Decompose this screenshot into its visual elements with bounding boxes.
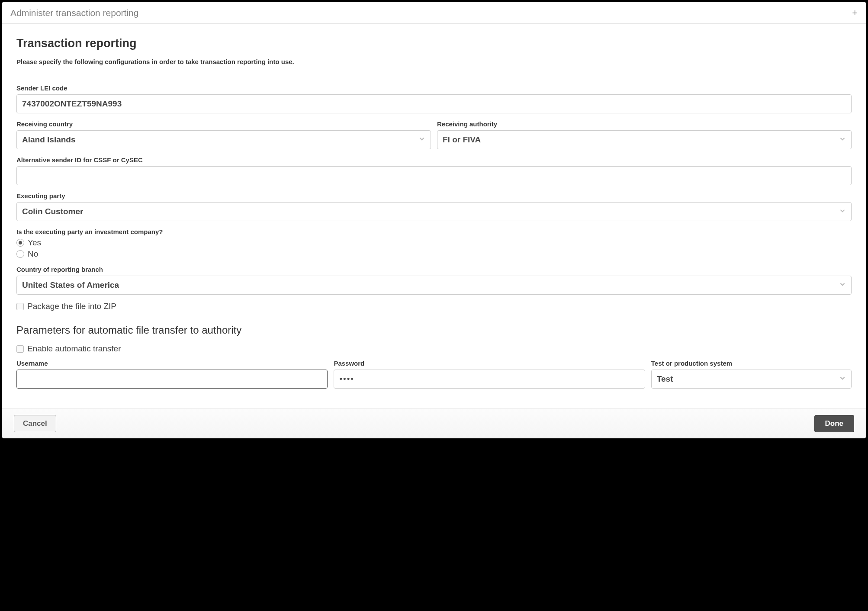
receiving-country-label: Receiving country [16, 120, 431, 128]
radio-icon-checked [16, 239, 24, 247]
reporting-branch-label: Country of reporting branch [16, 266, 852, 273]
sender-lei-label: Sender LEI code [16, 84, 852, 92]
enable-transfer-label: Enable automatic transfer [27, 344, 121, 354]
executing-party-value: Colin Customer [22, 207, 83, 216]
plus-icon[interactable]: + [852, 8, 858, 18]
row-transfer-params: Username Password Test or production sys… [16, 360, 852, 389]
password-label: Password [334, 360, 645, 367]
username-input[interactable] [16, 370, 328, 389]
receiving-country-select[interactable]: Aland Islands [16, 130, 431, 149]
alt-sender-id-label: Alternative sender ID for CSSF or CySEC [16, 156, 852, 164]
cancel-button[interactable]: Cancel [14, 415, 56, 432]
done-button[interactable]: Done [814, 415, 855, 432]
field-executing-party: Executing party Colin Customer [16, 192, 852, 221]
radio-icon-unchecked [16, 250, 24, 258]
checkbox-package-zip[interactable]: Package the file into ZIP [16, 302, 852, 311]
executing-party-label: Executing party [16, 192, 852, 199]
checkbox-icon [16, 345, 24, 353]
radio-no-label: No [28, 249, 38, 259]
page-title: Transaction reporting [16, 37, 852, 50]
receiving-authority-value: FI or FIVA [443, 135, 481, 145]
system-value: Test [657, 374, 673, 384]
executing-party-select[interactable]: Colin Customer [16, 202, 852, 221]
field-reporting-branch: Country of reporting branch United State… [16, 266, 852, 295]
receiving-country-value: Aland Islands [22, 135, 76, 145]
content-area: Transaction reporting Please specify the… [2, 24, 866, 408]
radio-yes[interactable]: Yes [16, 238, 852, 248]
window-title: Administer transaction reporting [10, 8, 138, 18]
transfer-heading: Parameters for automatic file transfer t… [16, 324, 852, 336]
checkbox-enable-transfer[interactable]: Enable automatic transfer [16, 344, 852, 354]
receiving-authority-label: Receiving authority [437, 120, 852, 128]
receiving-authority-select[interactable]: FI or FIVA [437, 130, 852, 149]
username-label: Username [16, 360, 328, 367]
radio-no[interactable]: No [16, 249, 852, 259]
reporting-branch-select[interactable]: United States of America [16, 276, 852, 295]
sender-lei-input[interactable] [16, 94, 852, 113]
field-alt-sender-id: Alternative sender ID for CSSF or CySEC [16, 156, 852, 185]
titlebar: Administer transaction reporting + [2, 2, 866, 24]
checkbox-icon [16, 303, 24, 310]
package-zip-label: Package the file into ZIP [27, 302, 116, 311]
field-investment-company: Is the executing party an investment com… [16, 228, 852, 259]
investment-company-label: Is the executing party an investment com… [16, 228, 852, 235]
dialog-window: Administer transaction reporting + Trans… [2, 2, 866, 438]
alt-sender-id-input[interactable] [16, 166, 852, 185]
system-label: Test or production system [651, 360, 852, 367]
radio-yes-label: Yes [28, 238, 41, 248]
system-select[interactable]: Test [651, 370, 852, 389]
row-receiving: Receiving country Aland Islands Receivin… [16, 120, 852, 149]
page-instruction: Please specify the following configurati… [16, 58, 852, 65]
reporting-branch-value: United States of America [22, 280, 119, 290]
password-input[interactable] [334, 370, 645, 389]
footer: Cancel Done [2, 408, 866, 438]
field-sender-lei: Sender LEI code [16, 84, 852, 113]
